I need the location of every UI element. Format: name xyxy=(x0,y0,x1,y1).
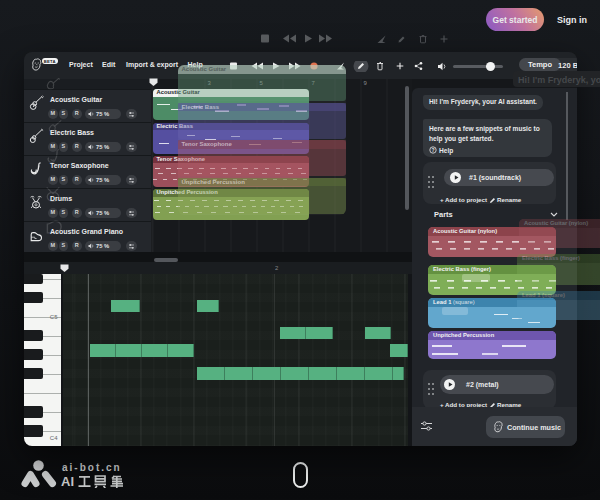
svg-text:?: ? xyxy=(431,147,434,153)
